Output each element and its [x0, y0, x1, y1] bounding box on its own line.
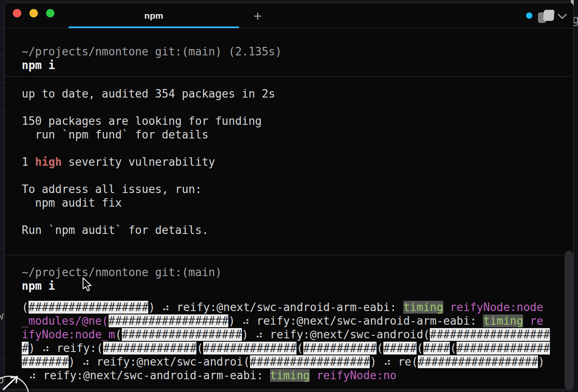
- terminal-text-segment: ##################: [109, 314, 229, 327]
- terminal-text-segment: (: [417, 342, 423, 355]
- progress-line: #######) ⠴ reify:@next/swc-androi(######…: [5, 355, 573, 369]
- terminal-text-segment: timing: [403, 301, 443, 314]
- tab-bar: npm +: [5, 3, 573, 29]
- terminal-text-segment: ##################: [418, 355, 538, 368]
- tab-title: npm: [144, 11, 163, 21]
- terminal-text-segment: Run `npm audit` for details.: [22, 224, 208, 236]
- terminal-text-segment: ###########: [303, 342, 377, 355]
- terminal-text-segment: ifyNode:node_m: [22, 328, 115, 341]
- terminal-text-segment: ) ⠴ reify:@next/swc-android-arm-eabi:: [228, 314, 483, 327]
- terminal-text-segment: ####: [423, 342, 450, 355]
- split-pane-right-shape: [543, 10, 555, 21]
- terminal-text-segment: ~/projects/nmontone git:(main) (2.135s): [22, 45, 282, 58]
- terminal-text-segment: ) ⠴ reify:(: [29, 342, 104, 355]
- screen: { "tab_bar": { "title": "npm", "new_tab_…: [0, 0, 578, 392]
- new-tab-button[interactable]: +: [246, 3, 270, 29]
- terminal-text-segment: 150 packages are looking for funding: [22, 115, 262, 127]
- background-right-strip: [574, 0, 578, 392]
- terminal-text-segment: severity vulnerability: [62, 156, 215, 168]
- output-line: 1 high severity vulnerability: [5, 155, 573, 169]
- terminal-text-segment: (: [450, 342, 457, 355]
- terminal-text-segment: To address all issues, run:: [22, 183, 202, 196]
- terminal-text-segment: ) ⠴ reify:@next/swc-androi(: [69, 355, 250, 368]
- terminal-text-segment: ##################: [29, 301, 149, 314]
- progress-line: (##################) ⠴ reify:@next/swc-a…: [5, 300, 573, 314]
- output-line: run `npm fund` for details: [5, 128, 573, 141]
- active-tab-indicator: [69, 26, 239, 28]
- blank-line: [5, 141, 573, 155]
- block-separator: [5, 255, 573, 255]
- terminal-text-segment: ##################: [250, 355, 370, 368]
- output-line: npm audit fix: [5, 196, 573, 210]
- tab-npm[interactable]: npm: [69, 3, 239, 29]
- session-indicator-dot: [526, 12, 532, 19]
- close-button[interactable]: [13, 9, 21, 17]
- block-separator: [5, 76, 573, 77]
- terminal-text-segment: (: [196, 342, 203, 355]
- terminal-text-segment: npm i: [22, 59, 55, 72]
- mouse-cursor-icon: [82, 277, 93, 292]
- terminal-text-segment: ⠴ reify:@next/swc-android-arm-eabi:: [22, 369, 270, 382]
- terminal-text-segment: _modules/@ne(: [22, 314, 109, 327]
- blank-line: [5, 210, 573, 223]
- screen-share-cursor-icon: [0, 363, 42, 392]
- minimize-button[interactable]: [29, 9, 38, 17]
- terminal-window: npm + ~/projects/nmontone git:(main) (2.…: [4, 3, 574, 389]
- zoom-button[interactable]: [46, 9, 55, 17]
- terminal-text-segment: ~/projects/nmontone git:(main): [22, 266, 222, 279]
- terminal-text-segment: ) ⠴ re(: [370, 355, 418, 368]
- output-line: 150 packages are looking for funding: [5, 114, 573, 128]
- terminal-text-segment: (: [377, 342, 383, 355]
- terminal-text-segment: ) ⠴ reify:@next/swc-android-arm-eabi:: [148, 301, 403, 314]
- split-pane-icon[interactable]: [537, 8, 556, 23]
- terminal-text-segment: #: [22, 342, 29, 355]
- terminal-text-segment: timing: [483, 314, 523, 327]
- terminal-text-segment: re: [523, 314, 543, 327]
- terminal-text-segment: ##############: [203, 342, 296, 355]
- terminal-text-segment: (: [296, 342, 303, 355]
- terminal-output: ~/projects/nmontone git:(main) (2.135s)n…: [5, 45, 573, 382]
- chevron-down-icon[interactable]: [558, 14, 567, 20]
- progress-line: #) ⠴ reify:(##############(#############…: [5, 341, 573, 355]
- blank-line: [5, 101, 573, 114]
- terminal-text-segment: 1: [22, 156, 35, 168]
- command-line: npm i: [5, 58, 573, 72]
- output-line: Run `npm audit` for details.: [5, 223, 573, 237]
- terminal-text-segment: high: [35, 156, 62, 168]
- blank-line: [5, 169, 573, 182]
- terminal-text-segment: ##############: [457, 342, 550, 355]
- progress-line: ifyNode:node_m(##################) ⠴ rei…: [5, 328, 573, 341]
- terminal-text-segment: (: [115, 328, 122, 341]
- terminal-text-segment: reifyNode:node: [443, 301, 543, 314]
- terminal-text-segment: (: [22, 301, 29, 314]
- output-line: To address all issues, run:: [5, 182, 573, 196]
- terminal-text-segment: ##############: [103, 342, 196, 355]
- terminal-text-segment: npm i: [22, 280, 55, 292]
- terminal-text-segment: ) ⠴ reify:@next/swc-android(: [242, 328, 430, 341]
- terminal-text-segment: ): [538, 355, 545, 368]
- terminal-text-segment: ##################: [430, 328, 550, 341]
- prompt-line: ~/projects/nmontone git:(main) (2.135s): [5, 45, 573, 58]
- blank-line: [5, 237, 573, 251]
- progress-line: ⠴ reify:@next/swc-android-arm-eabi: timi…: [5, 369, 573, 382]
- terminal-text-segment: up to date, audited 354 packages in 2s: [22, 87, 275, 100]
- background-text-fragment: w: [0, 309, 4, 322]
- terminal-text-segment: npm audit fix: [22, 196, 122, 209]
- terminal-text-segment: #####: [383, 342, 417, 355]
- terminal-text-segment: ##################: [122, 328, 242, 341]
- terminal-text-segment: timing: [270, 369, 310, 382]
- output-line: up to date, audited 354 packages in 2s: [5, 87, 573, 101]
- terminal-text-segment: run `npm fund` for details: [22, 128, 208, 141]
- progress-line: _modules/@ne(##################) ⠴ reify…: [5, 314, 573, 328]
- terminal-text-segment: reifyNode:no: [310, 369, 397, 382]
- scrollbar-thumb[interactable]: [564, 251, 573, 389]
